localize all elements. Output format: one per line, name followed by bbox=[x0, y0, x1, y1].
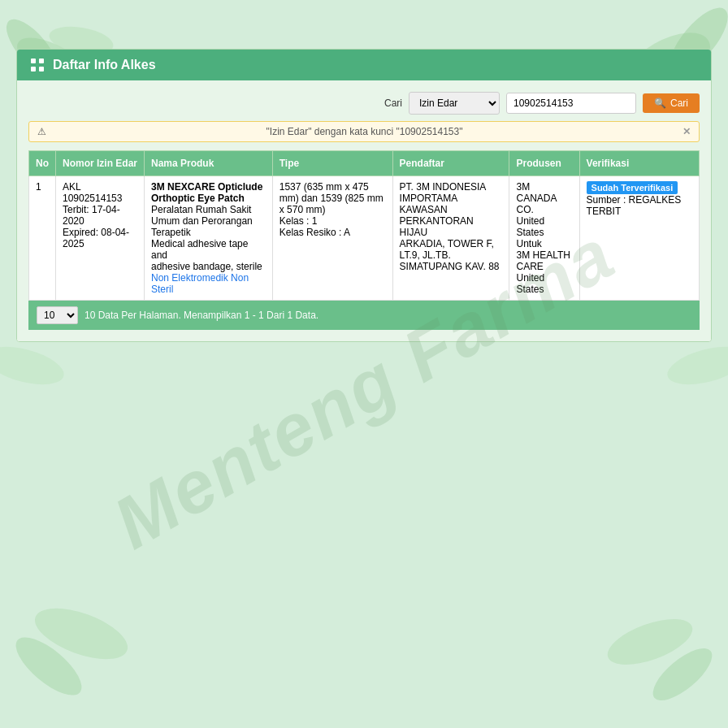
produsen-name2: 3M HEALTH bbox=[516, 249, 570, 261]
svg-point-10 bbox=[645, 639, 720, 708]
cell-nama-produk: 3M NEXCARE Opticlude Orthoptic Eye Patch… bbox=[145, 176, 273, 301]
svg-point-8 bbox=[7, 628, 90, 705]
svg-rect-13 bbox=[31, 58, 36, 63]
alert-bar: ⚠ "Izin Edar" dengan kata kunci "1090251… bbox=[28, 121, 700, 142]
search-button[interactable]: 🔍 Cari bbox=[643, 93, 700, 113]
search-bar: Cari Izin Edar Nama Produk Produsen 🔍 Ca… bbox=[28, 92, 700, 115]
cell-produsen: 3M CANADA CO. United States Untuk 3M HEA… bbox=[509, 176, 579, 301]
table-wrapper: No Nomor Izin Edar Nama Produk Tipe Pend… bbox=[28, 150, 700, 301]
col-nama-produk: Nama Produk bbox=[145, 151, 273, 176]
col-verifikasi: Verifikasi bbox=[579, 151, 699, 176]
data-table: No Nomor Izin Edar Nama Produk Tipe Pend… bbox=[28, 150, 700, 301]
svg-rect-15 bbox=[31, 67, 36, 72]
produsen-loc4: States bbox=[516, 284, 544, 295]
pagination-bar: 10 25 50 100 10 Data Per Halaman. Menamp… bbox=[28, 301, 700, 330]
tipe-size: 1537 (635 mm x 475 mm) dan 1539 (825 mm … bbox=[280, 181, 384, 215]
col-nomor-izin: Nomor Izin Edar bbox=[56, 151, 145, 176]
alert-icon: ⚠ bbox=[37, 126, 46, 137]
svg-point-7 bbox=[28, 598, 134, 670]
pagination-info: 10 Data Per Halaman. Menampilkan 1 - 1 D… bbox=[84, 310, 318, 321]
produk-detail2: Umum dan Perorangan bbox=[151, 215, 253, 227]
produsen-loc2: States bbox=[516, 227, 544, 238]
search-type-select[interactable]: Izin Edar Nama Produk Produsen bbox=[409, 92, 500, 115]
nomor-izin-text: AKL10902514153Terbit: 17-04-2020Expired:… bbox=[63, 181, 129, 249]
col-produsen: Produsen bbox=[509, 151, 579, 176]
produk-detail4: Medical adhesive tape and bbox=[151, 238, 248, 261]
produk-detail3: Terapetik bbox=[151, 227, 191, 238]
produsen-untuk: Untuk bbox=[516, 238, 541, 249]
per-page-select[interactable]: 10 25 50 100 bbox=[37, 306, 78, 324]
produsen-name1: 3M CANADA CO. bbox=[516, 181, 556, 215]
col-pendaftar: Pendaftar bbox=[392, 151, 509, 176]
pendaftar-address: KAWASAN PERKANTORAN HIJAUARKADIA, TOWER … bbox=[400, 204, 500, 272]
produk-detail5: adhesive bandage, sterile bbox=[151, 261, 262, 272]
cell-nomor-izin: AKL10902514153Terbit: 17-04-2020Expired:… bbox=[56, 176, 145, 301]
pendaftar-name: PT. 3M INDONESIA IMPORTAMA bbox=[400, 181, 486, 204]
panel-body: Cari Izin Edar Nama Produk Produsen 🔍 Ca… bbox=[17, 80, 711, 341]
search-icon: 🔍 bbox=[654, 98, 666, 109]
col-tipe: Tipe bbox=[272, 151, 392, 176]
svg-point-9 bbox=[602, 610, 698, 674]
panel-header: Daftar Info Alkes bbox=[17, 50, 711, 80]
table-row: 1 AKL10902514153Terbit: 17-04-2020Expire… bbox=[29, 176, 700, 301]
cell-tipe: 1537 (635 mm x 475 mm) dan 1539 (825 mm … bbox=[272, 176, 392, 301]
produsen-loc1: United bbox=[516, 215, 544, 227]
produk-detail1: Peralatan Rumah Sakit bbox=[151, 204, 251, 215]
verifikasi-source: Sumber : REGALKES TERBIT bbox=[587, 194, 682, 217]
search-label: Cari bbox=[384, 98, 402, 109]
alert-text: "Izin Edar" dengan kata kunci "109025141… bbox=[266, 126, 463, 137]
produk-title: 3M NEXCARE Opticlude Orthoptic Eye Patch bbox=[151, 181, 262, 204]
search-input[interactable] bbox=[506, 93, 636, 114]
alert-close-button[interactable]: ✕ bbox=[682, 126, 691, 137]
main-panel: Daftar Info Alkes Cari Izin Edar Nama Pr… bbox=[16, 49, 712, 342]
cell-pendaftar: PT. 3M INDONESIA IMPORTAMA KAWASAN PERKA… bbox=[392, 176, 509, 301]
svg-rect-16 bbox=[39, 67, 44, 72]
produk-link2[interactable]: Steril bbox=[151, 284, 173, 295]
search-button-label: Cari bbox=[670, 98, 688, 109]
grid-icon bbox=[30, 58, 45, 72]
verifikasi-badge: Sudah Terverifikasi bbox=[587, 181, 678, 194]
tipe-resiko: Kelas Resiko : A bbox=[280, 227, 350, 238]
cell-verifikasi: Sudah Terverifikasi Sumber : REGALKES TE… bbox=[579, 176, 699, 301]
produk-link1[interactable]: Non Elektromedik Non bbox=[151, 272, 249, 284]
tipe-kelas: Kelas : 1 bbox=[280, 215, 318, 227]
panel-title: Daftar Info Alkes bbox=[53, 58, 156, 72]
cell-no: 1 bbox=[29, 176, 56, 301]
produsen-loc3: United bbox=[516, 272, 544, 284]
produsen-name3: CARE bbox=[516, 261, 543, 272]
svg-rect-14 bbox=[39, 58, 44, 63]
col-no: No bbox=[29, 151, 56, 176]
